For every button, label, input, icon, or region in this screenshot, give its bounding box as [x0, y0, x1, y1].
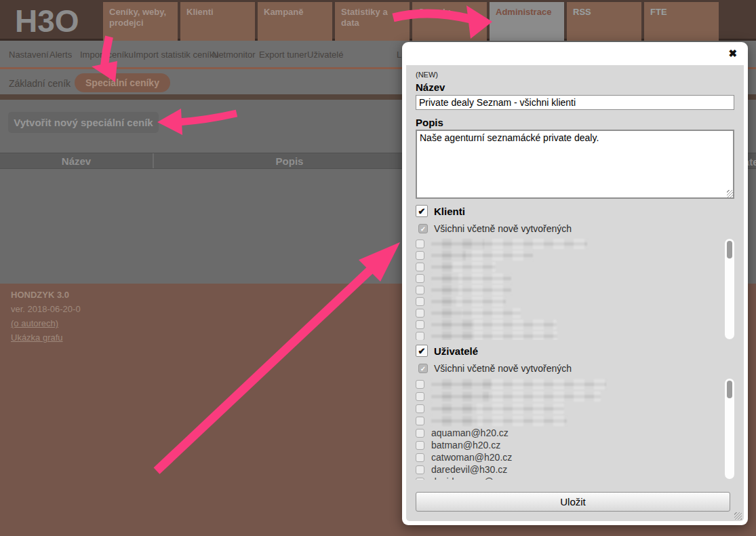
dialog-body: (NEW) Název Popis Naše agenturní seznamá…: [406, 65, 744, 521]
textarea-resize-handle[interactable]: [727, 190, 734, 197]
admin-nav-item-label: Import ceníku: [80, 50, 134, 60]
redacted-user-label: [431, 391, 601, 402]
redacted-user-label: [431, 404, 564, 414]
clients-all-row: ✓ Všichni včetně nově vytvořených: [418, 223, 572, 234]
admin-nav-item[interactable]: Import ceníku: [80, 50, 134, 60]
admin-nav-item[interactable]: Netmonitor: [212, 50, 256, 60]
users-section-label: Uživatelé: [434, 345, 478, 357]
topbar-tabs: Ceníky, weby, prodejciKlientiKampaněStat…: [103, 2, 719, 41]
user-checkbox[interactable]: [416, 417, 424, 425]
user-checkbox[interactable]: [416, 404, 424, 413]
client-checkbox[interactable]: [416, 309, 424, 318]
users-section-header: ✔ Uživatelé: [416, 345, 478, 357]
topbar-tab-label: Ceníky, weby, prodejci: [109, 7, 166, 28]
users-scrollbar-thumb[interactable]: [727, 381, 732, 398]
footer-link-label: Ukázka grafu: [11, 332, 63, 343]
topbar-tab-label: Statistiky a data: [341, 7, 388, 28]
topbar-tab-label: Spendy: [418, 7, 450, 17]
user-list-item: [416, 402, 734, 415]
client-checkbox[interactable]: [416, 332, 424, 340]
client-list-item: [416, 273, 734, 284]
users-list: aquaman@h20.cz batman@h20.cz catwoman@h2…: [416, 378, 734, 480]
close-icon[interactable]: ✖: [728, 47, 737, 60]
clients-checkbox[interactable]: ✔: [416, 205, 428, 217]
topbar-tab[interactable]: Administrace: [490, 2, 564, 41]
user-list-item: daredevil@h30.cz: [416, 463, 734, 476]
admin-nav-item-label: Uživatelé: [307, 50, 343, 60]
clients-section-label: Klienti: [434, 206, 465, 217]
admin-nav-item-label: Alerts: [49, 50, 72, 60]
redacted-client-label: [431, 296, 506, 307]
client-checkbox[interactable]: [416, 297, 424, 306]
client-checkbox[interactable]: [416, 286, 424, 294]
dialog-resize-handle[interactable]: [734, 512, 742, 520]
clients-all-checkbox[interactable]: ✓: [418, 224, 428, 233]
users-checkbox[interactable]: ✔: [416, 345, 428, 357]
admin-nav-item-label: Export tuner: [259, 50, 307, 60]
users-all-row: ✓ Všichni včetně nově vytvořených: [418, 363, 572, 374]
user-list-item: [416, 390, 734, 402]
client-list-item: [416, 296, 734, 307]
client-checkbox[interactable]: [416, 263, 424, 271]
user-list-item: aquaman@h20.cz: [416, 427, 734, 439]
client-checkbox[interactable]: [416, 274, 424, 283]
client-list-item: [416, 238, 734, 250]
topbar-tab[interactable]: Statistiky a data: [335, 2, 410, 41]
tab-special-pricelists[interactable]: Speciální ceníky: [75, 73, 170, 92]
special-pricelist-dialog: ✖ (NEW) Název Popis Naše agenturní sezna…: [402, 42, 748, 525]
admin-nav-item[interactable]: L: [397, 50, 401, 60]
admin-nav-item[interactable]: Export tuner: [259, 50, 307, 60]
users-all-checkbox[interactable]: ✓: [418, 364, 428, 373]
users-list-visible-rows: aquaman@h20.cz batman@h20.cz catwoman@h2…: [416, 427, 734, 480]
name-input[interactable]: [416, 95, 734, 110]
admin-nav-item[interactable]: Nastavení: [9, 50, 49, 60]
client-checkbox[interactable]: [416, 240, 424, 248]
admin-nav-item-label: Netmonitor: [212, 50, 256, 60]
topbar-tab[interactable]: Spendy: [412, 2, 487, 41]
topbar-tab[interactable]: RSS: [567, 2, 641, 41]
footer-link-label: (o autorech): [11, 318, 58, 328]
admin-nav-item[interactable]: Uživatelé: [307, 50, 343, 60]
user-checkbox[interactable]: [416, 465, 424, 474]
app-page: H3O Ceníky, weby, prodejciKlientiKampaně…: [0, 0, 756, 536]
topbar-tab[interactable]: Klienti: [180, 2, 255, 41]
topbar-tab[interactable]: FTE: [644, 2, 719, 41]
user-checkbox[interactable]: [416, 441, 424, 450]
description-textarea[interactable]: Naše agenturní seznamácké private dealy.: [416, 130, 734, 199]
client-list-item: [416, 330, 734, 340]
user-email-label: david.vyzma@acomware.cz: [431, 476, 550, 480]
client-list-item: [416, 284, 734, 296]
user-checkbox[interactable]: [416, 478, 424, 480]
client-list-item: [416, 307, 734, 319]
topbar-tab-label: RSS: [573, 7, 591, 17]
column-header-popis: Popis: [155, 153, 424, 168]
arrow-left-create-button: [157, 109, 237, 135]
redacted-client-label: [431, 250, 533, 261]
admin-nav-item[interactable]: Alerts: [49, 50, 72, 60]
admin-nav-item[interactable]: Import statistik ceníku: [134, 50, 219, 60]
user-checkbox[interactable]: [416, 380, 424, 389]
client-checkbox[interactable]: [416, 251, 424, 260]
user-list-item: [416, 378, 734, 390]
redacted-user-label: [431, 416, 567, 426]
topbar-tab-label: Klienti: [186, 7, 214, 17]
user-checkbox[interactable]: [416, 453, 424, 462]
user-checkbox[interactable]: [416, 429, 424, 438]
topbar-tab-label: Administrace: [496, 7, 551, 17]
clients-list: [416, 238, 734, 340]
create-special-pricelist-button[interactable]: Vytvořit nový speciální ceník: [8, 112, 159, 133]
topbar-tab[interactable]: Ceníky, weby, prodejci: [103, 2, 178, 41]
client-checkbox[interactable]: [416, 320, 424, 329]
clients-scrollbar[interactable]: [725, 239, 734, 339]
user-email-label: daredevil@h30.cz: [431, 464, 507, 475]
description-field-label: Popis: [416, 117, 443, 128]
users-scrollbar[interactable]: [725, 379, 734, 479]
user-email-label: aquaman@h20.cz: [431, 427, 509, 438]
redacted-client-label: [431, 262, 496, 272]
save-button[interactable]: Uložit: [416, 492, 730, 512]
clients-scrollbar-thumb[interactable]: [727, 241, 732, 259]
topbar-tab[interactable]: Kampaně: [258, 2, 332, 41]
user-checkbox[interactable]: [416, 392, 424, 401]
tab-basic-pricelist[interactable]: Základní ceník: [9, 78, 71, 89]
users-list-redacted-rows: [416, 378, 734, 427]
